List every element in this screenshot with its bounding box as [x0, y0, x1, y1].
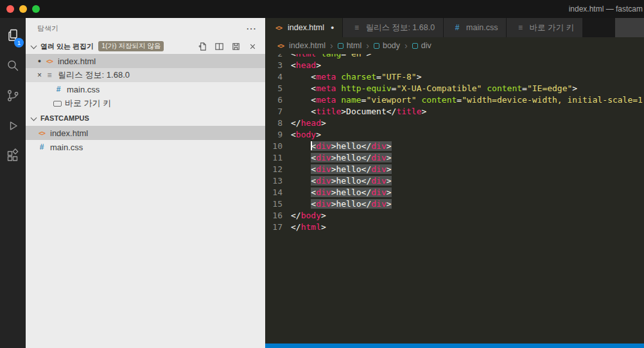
- breadcrumb-separator: ›: [330, 40, 333, 51]
- open-editors-section-header[interactable]: 열려 있는 편집기 1(가) 저장되지 않음: [26, 39, 265, 54]
- run-debug-icon: [5, 118, 21, 134]
- line-number: 11: [265, 152, 291, 164]
- code-token: <: [291, 130, 296, 139]
- activity-source-control[interactable]: [0, 80, 26, 110]
- tab-label: main.css: [466, 23, 498, 32]
- code-token: </: [361, 199, 372, 209]
- code-token: content: [487, 83, 522, 93]
- code-text: <title>Document</title>: [291, 106, 426, 117]
- close-window-button[interactable]: [6, 5, 14, 13]
- editor-tab[interactable]: ≡릴리스 정보: 1.68.0: [343, 18, 444, 37]
- code-token: title: [316, 107, 341, 116]
- more-actions-icon[interactable]: ⋯: [246, 22, 256, 35]
- line-number: 3: [265, 60, 291, 71]
- code-token: div: [316, 176, 331, 186]
- breadcrumb-item[interactable]: <>index.html: [275, 41, 326, 50]
- activity-search[interactable]: [0, 50, 26, 80]
- close-editor-icon[interactable]: ×: [35, 71, 44, 80]
- activity-run-debug[interactable]: [0, 110, 26, 141]
- code-token: div: [316, 199, 331, 209]
- code-text: <div>hello</div>: [291, 141, 392, 152]
- editor-tab[interactable]: ≡바로 가기 키: [507, 18, 582, 37]
- code-lines: 2<html lang="en">3<head>4 <meta charset=…: [265, 54, 644, 233]
- sidebar-title: 탐색기: [37, 24, 58, 33]
- source-control-branch-icon: [5, 88, 21, 103]
- preview-icon: ≡: [515, 23, 525, 32]
- tabs-container: <>index.html●≡릴리스 정보: 1.68.0#main.css≡바로…: [265, 18, 583, 37]
- activity-explorer[interactable]: 1: [0, 20, 26, 50]
- open-editors-count-badge: 1: [14, 38, 24, 48]
- open-editor-item[interactable]: #main.css: [26, 82, 265, 96]
- code-line[interactable]: 3<head>: [265, 60, 644, 71]
- code-line[interactable]: 17</html>: [265, 222, 644, 233]
- breadcrumb-item[interactable]: div: [412, 41, 431, 50]
- file-label: 릴리스 정보: 1.68.0: [58, 69, 130, 81]
- selection-highlight: <div>hello</div>: [311, 199, 391, 209]
- open-editor-item[interactable]: ×≡릴리스 정보: 1.68.0: [26, 68, 265, 82]
- code-line[interactable]: 15 <div>hello</div>: [265, 198, 644, 210]
- code-line[interactable]: 12 <div>hello</div>: [265, 164, 644, 175]
- selection-highlight: <div>hello</div>: [311, 153, 391, 162]
- code-line[interactable]: 11 <div>hello</div>: [265, 152, 644, 164]
- css-file-icon: #: [53, 85, 64, 94]
- code-token: >: [572, 83, 577, 93]
- code-token: </: [361, 141, 372, 151]
- file-tree-item[interactable]: <>index.html: [26, 126, 265, 140]
- code-token: div: [371, 164, 386, 174]
- code-token: html: [296, 54, 316, 58]
- code-token: Document: [346, 107, 387, 116]
- code-text: <meta charset="UTF-8">: [291, 71, 422, 83]
- save-all-icon[interactable]: [231, 42, 241, 51]
- tab-strip-end-area: [615, 18, 644, 37]
- code-line[interactable]: 13 <div>hello</div>: [265, 175, 644, 187]
- element-symbol-icon: [412, 43, 418, 49]
- editor-tab[interactable]: #main.css: [444, 18, 507, 37]
- open-editor-item[interactable]: ●<>index.html: [26, 54, 265, 68]
- code-text: <div>hello</div>: [291, 175, 392, 187]
- code-line[interactable]: 14 <div>hello</div>: [265, 187, 644, 198]
- code-token: charset: [341, 72, 376, 82]
- code-token: meta: [316, 83, 336, 93]
- minimize-window-button[interactable]: [19, 5, 27, 13]
- code-token: div: [316, 164, 331, 174]
- code-line[interactable]: 8</head>: [265, 117, 644, 129]
- file-label: main.css: [67, 85, 100, 94]
- code-line[interactable]: 4 <meta charset="UTF-8">: [265, 71, 644, 83]
- line-number: 10: [265, 141, 291, 152]
- code-token: http-equiv: [341, 83, 391, 93]
- selection-highlight: <div>hello</div>: [311, 187, 391, 197]
- code-token: <: [291, 60, 296, 70]
- new-untitled-file-icon[interactable]: [198, 42, 207, 51]
- code-line[interactable]: 9<body>: [265, 129, 644, 141]
- toggle-layout-icon[interactable]: [214, 42, 224, 51]
- vscode-window: index.html — fastcam 1: [0, 0, 644, 348]
- code-token: =: [457, 95, 462, 105]
- code-token: meta: [316, 72, 336, 82]
- code-line[interactable]: 2<html lang="en">: [265, 54, 644, 60]
- breadcrumb-item[interactable]: body: [374, 41, 400, 50]
- code-line[interactable]: 10 <div>hello</div>: [265, 141, 644, 152]
- folder-section-header[interactable]: FASTCAMPUS: [26, 110, 265, 126]
- code-line[interactable]: 7 <title>Document</title>: [265, 106, 644, 117]
- code-line[interactable]: 16</body>: [265, 210, 644, 222]
- close-all-editors-icon[interactable]: [248, 42, 257, 51]
- zoom-window-button[interactable]: [32, 5, 40, 13]
- activity-extensions[interactable]: [0, 141, 26, 171]
- file-tree-item[interactable]: #main.css: [26, 140, 265, 154]
- code-editor[interactable]: 2<html lang="en">3<head>4 <meta charset=…: [265, 54, 644, 344]
- code-line[interactable]: 6 <meta name="viewport" content="width=d…: [265, 94, 644, 106]
- code-token: div: [316, 187, 331, 197]
- breadcrumb-item[interactable]: html: [338, 41, 362, 50]
- code-text: </head>: [291, 117, 326, 129]
- code-token: "UTF-8": [381, 72, 417, 82]
- editor-tab[interactable]: <>index.html●: [265, 18, 343, 37]
- code-text: </body>: [291, 210, 326, 222]
- keyboard-icon: [53, 101, 62, 107]
- extensions-icon: [5, 148, 21, 164]
- open-editor-item[interactable]: 바로 가기 키: [26, 96, 265, 110]
- code-token: body: [296, 130, 316, 139]
- code-line[interactable]: 5 <meta http-equiv="X-UA-Compatible" con…: [265, 83, 644, 94]
- code-token: <: [291, 95, 316, 105]
- code-token: "width=device-width, initial-scale=1.0": [462, 95, 644, 105]
- code-token: >: [316, 130, 321, 139]
